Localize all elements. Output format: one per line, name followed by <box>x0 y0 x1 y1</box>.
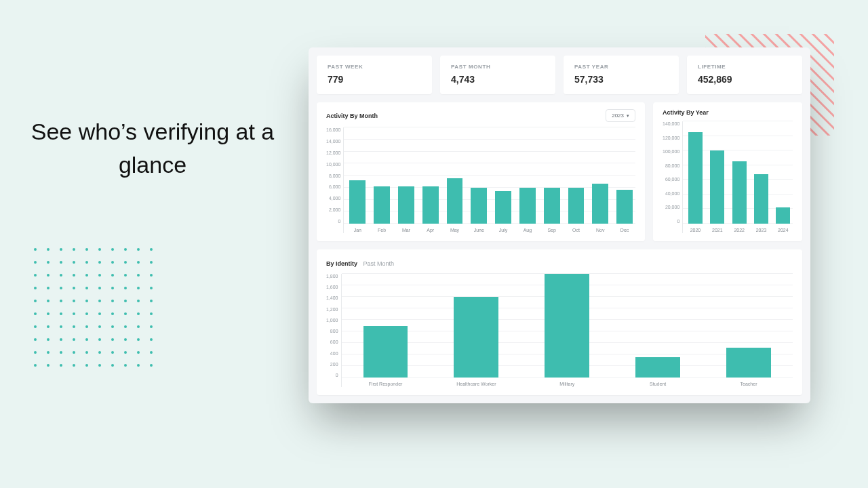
stat-value: 779 <box>328 74 421 85</box>
card-title: Activity By Year <box>663 109 709 116</box>
y-tick-label: 1,800 <box>326 274 338 279</box>
y-tick-label: 40,000 <box>663 191 679 196</box>
page-headline: See who’s verifying at a glance <box>27 115 278 182</box>
y-tick-label: 6,000 <box>326 184 340 189</box>
bar <box>363 326 408 378</box>
bar-column: Apr <box>420 127 441 224</box>
bar <box>545 274 589 378</box>
y-tick-label: 0 <box>326 373 338 378</box>
card-title-wrap: By Identity Past Month <box>326 256 394 268</box>
y-tick-label: 60,000 <box>663 177 679 182</box>
bar <box>776 207 790 224</box>
x-tick-label: 2021 <box>712 228 723 232</box>
x-tick-label: July <box>499 228 507 232</box>
bar <box>374 186 390 224</box>
x-tick-label: Military <box>559 382 574 386</box>
stat-card: PAST WEEK779 <box>317 56 432 94</box>
y-tick-label: 1,400 <box>326 296 338 300</box>
stat-card: LIFETIME452,869 <box>687 56 802 94</box>
y-tick-label: 80,000 <box>663 163 679 168</box>
stat-label: LIFETIME <box>698 64 791 70</box>
bar-column: June <box>468 127 490 224</box>
bar <box>349 180 366 224</box>
bar-column: Aug <box>517 127 538 224</box>
stats-row: PAST WEEK779PAST MONTH4,743PAST YEAR57,7… <box>317 56 802 94</box>
y-tick-label: 800 <box>326 329 338 333</box>
y-tick-label: 140,000 <box>663 121 679 126</box>
y-tick-label: 400 <box>326 351 338 356</box>
card-title: Activity By Month <box>326 113 378 119</box>
bar <box>688 132 703 224</box>
plot-area: 20202021202220232024 <box>682 121 793 233</box>
year-select[interactable]: 2023 ▾ <box>606 109 635 122</box>
year-select-value: 2023 <box>612 113 624 119</box>
y-axis: 02,0004,0006,0008,00010,00012,00014,0001… <box>326 127 343 233</box>
y-axis: 02004006008001,0001,2001,4001,6001,800 <box>326 274 341 387</box>
x-tick-label: Dec <box>620 228 629 232</box>
y-tick-label: 1,200 <box>326 307 338 312</box>
y-tick-label: 0 <box>663 219 679 224</box>
x-tick-label: 2024 <box>778 228 789 232</box>
y-tick-label: 12,000 <box>326 150 340 155</box>
y-tick-label: 8,000 <box>326 174 340 178</box>
x-tick-label: Feb <box>378 228 386 232</box>
bar-column: Dec <box>614 127 635 224</box>
y-tick-label: 0 <box>326 219 340 224</box>
bar <box>726 348 771 378</box>
bar <box>447 178 463 224</box>
x-tick-label: 2020 <box>690 228 701 232</box>
bar <box>471 188 487 224</box>
y-tick-label: 1,000 <box>326 318 338 323</box>
bar <box>519 188 536 224</box>
identity-chart: 02004006008001,0001,2001,4001,6001,800Fi… <box>326 274 793 387</box>
bar <box>754 174 768 224</box>
activity-by-month-card: Activity By Month 2023 ▾ 02,0004,0006,00… <box>317 102 645 241</box>
bar-column: Sep <box>541 127 563 224</box>
bar-column: Healthcare Worker <box>439 274 513 378</box>
bar-column: 2020 <box>686 121 705 224</box>
x-tick-label: May <box>450 228 459 232</box>
stat-value: 4,743 <box>451 74 545 85</box>
bar <box>732 161 747 224</box>
bar <box>616 190 633 224</box>
stat-card: PAST MONTH4,743 <box>440 56 555 94</box>
bar <box>544 188 560 224</box>
y-tick-label: 10,000 <box>326 162 340 167</box>
decorative-dot-grid <box>34 248 155 369</box>
bar-column: Oct <box>566 127 587 224</box>
x-tick-label: Healthcare Worker <box>456 382 496 386</box>
y-tick-label: 20,000 <box>663 205 679 209</box>
plot-area: JanFebMarAprMayJuneJulyAugSepOctNovDec <box>343 127 635 233</box>
bar-column: Jan <box>347 127 368 224</box>
x-tick-label: First Responder <box>369 382 403 386</box>
year-chart: 020,00040,00060,00080,000100,000120,0001… <box>663 121 793 233</box>
chevron-down-icon: ▾ <box>627 113 629 119</box>
stat-label: PAST YEAR <box>574 64 668 70</box>
bar <box>635 357 680 378</box>
stat-value: 57,733 <box>574 74 668 85</box>
y-tick-label: 600 <box>326 340 338 344</box>
bar-column: Nov <box>589 127 611 224</box>
y-tick-label: 200 <box>326 362 338 367</box>
x-tick-label: Nov <box>596 228 604 232</box>
month-chart: 02,0004,0006,0008,00010,00012,00014,0001… <box>326 127 635 233</box>
y-tick-label: 2,000 <box>326 207 340 212</box>
x-tick-label: June <box>474 228 484 232</box>
x-tick-label: Apr <box>427 228 434 232</box>
y-tick-label: 14,000 <box>326 139 340 144</box>
stat-label: PAST WEEK <box>328 64 421 70</box>
bar-column: Feb <box>371 127 393 224</box>
bar <box>398 186 414 224</box>
bar-column: Mar <box>395 127 417 224</box>
y-tick-label: 16,000 <box>326 127 340 132</box>
x-tick-label: Mar <box>402 228 410 232</box>
by-identity-card: By Identity Past Month 02004006008001,00… <box>317 249 802 395</box>
y-tick-label: 4,000 <box>326 196 340 201</box>
bar <box>592 184 608 224</box>
dashboard-panel: PAST WEEK779PAST MONTH4,743PAST YEAR57,7… <box>309 47 810 403</box>
bar-column: Student <box>620 274 695 378</box>
bar-column: Teacher <box>711 274 786 378</box>
bar-column: Military <box>530 274 604 378</box>
bar-column: May <box>444 127 466 224</box>
activity-by-year-card: Activity By Year 020,00040,00060,00080,0… <box>653 102 802 241</box>
